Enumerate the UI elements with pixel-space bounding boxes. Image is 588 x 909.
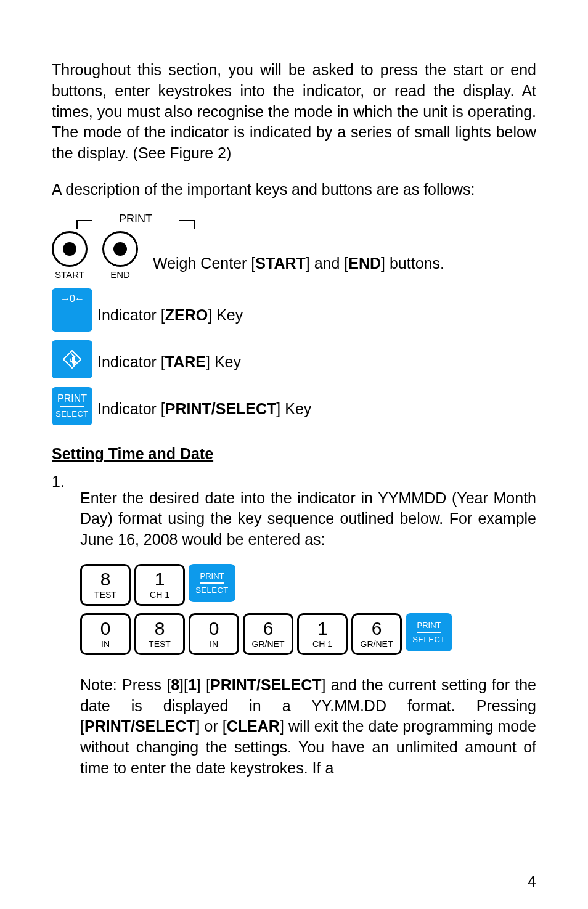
section-heading: Setting Time and Date	[52, 445, 536, 463]
bracket-line	[194, 220, 195, 229]
page: Throughout this section, you will be ask…	[0, 0, 588, 909]
text-bold: CLEAR	[227, 717, 280, 735]
tare-icon: T ↑T	[63, 350, 81, 369]
tare-key-row: T ↑T Indicator [TARE] Key	[52, 340, 536, 378]
tare-key[interactable]: T ↑T	[52, 340, 92, 378]
key-digit: 6	[263, 619, 274, 638]
text: Indicator [	[97, 353, 165, 370]
end-button[interactable]: END	[102, 231, 138, 280]
key-sublabel: TEST	[94, 590, 116, 600]
text: Note: Press [	[80, 676, 171, 693]
key-digit: 0	[209, 619, 219, 638]
key-digit: 6	[372, 619, 382, 638]
text: ] Key	[276, 400, 311, 417]
select-label: SELECT	[195, 585, 229, 595]
key-digit: 1	[155, 570, 165, 589]
separator-icon	[60, 406, 84, 407]
print-label: PRINT	[417, 621, 441, 630]
zero-key-description: Indicator [ZERO] Key	[97, 305, 243, 332]
step-text: Enter the desired date into the indicato…	[80, 488, 536, 550]
text: ] Key	[208, 306, 243, 324]
separator-icon	[417, 632, 441, 633]
button-dot-icon	[63, 242, 76, 256]
button-circle	[102, 231, 138, 267]
button-circle	[52, 231, 88, 267]
zero-key-row: →0← Indicator [ZERO] Key	[52, 288, 536, 332]
bracket-line	[179, 220, 195, 221]
key-digit: 8	[100, 570, 111, 589]
print-select-description: Indicator [PRINT/SELECT] Key	[97, 399, 311, 425]
text-bold: PRINT/SELECT	[210, 676, 322, 693]
print-select-key[interactable]: PRINT SELECT	[406, 613, 452, 651]
print-label: PRINT	[200, 571, 224, 581]
page-number: 4	[528, 873, 536, 891]
key-sublabel: GR/NET	[361, 639, 393, 649]
key-6-grnet[interactable]: 6 GR/NET	[351, 613, 402, 655]
key-digit: 0	[100, 619, 111, 638]
key-1-ch1[interactable]: 1 CH 1	[297, 613, 348, 655]
text-bold: 1	[188, 676, 197, 693]
print-select-key[interactable]: PRINT SELECT	[52, 387, 92, 425]
key-sublabel: IN	[101, 639, 110, 649]
key-sublabel: GR/NET	[252, 639, 285, 649]
text-bold: 8	[171, 676, 179, 693]
key-digit: 1	[317, 619, 328, 638]
key-0-in[interactable]: 0 IN	[189, 613, 239, 655]
key-0-in[interactable]: 0 IN	[80, 613, 131, 655]
key-sublabel: IN	[210, 639, 218, 649]
start-end-description: Weigh Center [START] and [END] buttons.	[153, 253, 444, 280]
svg-text:↑T: ↑T	[68, 356, 76, 363]
print-bracket: PRINT	[80, 214, 191, 229]
key-sublabel: CH 1	[312, 639, 332, 649]
separator-icon	[200, 582, 224, 584]
text: Indicator [	[97, 400, 165, 417]
print-label: PRINT	[57, 393, 87, 404]
text: Indicator [	[97, 306, 165, 324]
end-label: END	[110, 269, 130, 280]
text: ] and [	[306, 255, 349, 272]
step-body: Enter the desired date into the indicato…	[80, 473, 536, 794]
print-bracket-label: PRINT	[119, 213, 152, 226]
text-bold: ZERO	[165, 306, 208, 324]
note-paragraph: Note: Press [8][1] [PRINT/SELECT] and th…	[80, 675, 536, 779]
text: ][	[179, 676, 188, 693]
zero-key[interactable]: →0←	[52, 288, 92, 332]
print-select-key-row: PRINT SELECT Indicator [PRINT/SELECT] Ke…	[52, 387, 536, 425]
text: ] [	[197, 676, 210, 693]
text-bold: PRINT/SELECT	[165, 400, 277, 417]
keys-section: PRINT START END Weigh Center [START] and…	[52, 214, 536, 425]
print-select-key[interactable]: PRINT SELECT	[189, 564, 235, 602]
text-bold: END	[348, 255, 381, 272]
bracket-line	[76, 220, 92, 221]
intro-paragraph: Throughout this section, you will be ask…	[52, 60, 536, 164]
start-button[interactable]: START	[52, 231, 88, 280]
key-8-test[interactable]: 8 TEST	[80, 564, 131, 606]
select-label: SELECT	[412, 635, 446, 644]
text: ] buttons.	[381, 255, 444, 272]
text-bold: START	[255, 255, 305, 272]
keypad-row-1: 8 TEST 1 CH 1 PRINT SELECT	[80, 564, 536, 606]
text: ] or [	[196, 717, 227, 735]
tare-key-description: Indicator [TARE] Key	[97, 352, 241, 378]
button-dot-icon	[113, 242, 127, 256]
text-bold: PRINT/SELECT	[84, 717, 196, 735]
start-end-row: START END Weigh Center [START] and [END]…	[52, 231, 536, 280]
desc-paragraph: A description of the important keys and …	[52, 179, 536, 200]
key-8-test[interactable]: 8 TEST	[134, 613, 185, 655]
key-6-grnet[interactable]: 6 GR/NET	[243, 613, 293, 655]
step-1: 1. Enter the desired date into the indic…	[52, 473, 536, 794]
keypad-row-2: 0 IN 8 TEST 0 IN 6 GR/NET 1 CH 1	[80, 613, 536, 655]
key-1-ch1[interactable]: 1 CH 1	[134, 564, 185, 606]
text-bold: TARE	[165, 353, 206, 370]
key-sublabel: CH 1	[150, 590, 169, 600]
key-digit: 8	[155, 619, 165, 638]
text: Weigh Center [	[153, 255, 255, 272]
text: ] Key	[206, 353, 241, 370]
step-number: 1.	[52, 473, 68, 794]
bracket-line	[76, 220, 78, 229]
select-label: SELECT	[55, 409, 89, 418]
start-label: START	[55, 269, 84, 280]
key-sublabel: TEST	[149, 639, 171, 649]
zero-icon: →0←	[60, 293, 84, 304]
